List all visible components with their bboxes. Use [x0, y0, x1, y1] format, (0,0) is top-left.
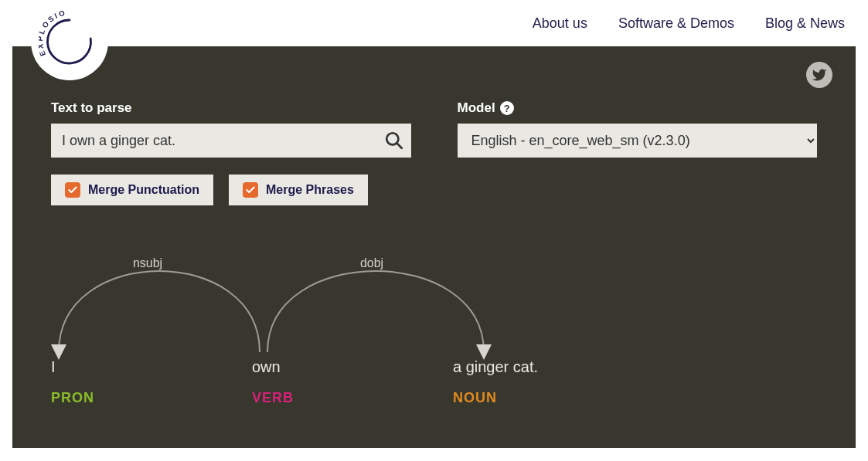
- text-input[interactable]: [51, 124, 411, 158]
- text-column: Text to parse Merge Punctuation: [51, 100, 411, 205]
- text-input-wrap: [51, 124, 411, 158]
- merge-phrases-checkbox[interactable]: Merge Phrases: [229, 175, 368, 205]
- form-row: Text to parse Merge Punctuation: [51, 100, 817, 205]
- checkbox-row: Merge Punctuation Merge Phrases: [51, 175, 411, 205]
- nav-about[interactable]: About us: [533, 15, 587, 32]
- main-panel: Text to parse Merge Punctuation: [12, 46, 856, 448]
- svg-text:nsubj: nsubj: [133, 256, 162, 269]
- search-icon: [384, 131, 404, 151]
- svg-line-2: [397, 143, 402, 148]
- help-icon[interactable]: ?: [500, 101, 514, 115]
- text-label: Text to parse: [51, 100, 411, 116]
- token: a ginger cat. NOUN: [453, 358, 608, 406]
- dependency-visualization: nsubj dobj I PRON own VERB a ginger cat.…: [51, 236, 817, 414]
- merge-punctuation-checkbox[interactable]: Merge Punctuation: [51, 175, 213, 205]
- checkbox-icon: [65, 182, 80, 198]
- model-select[interactable]: English - en_core_web_sm (v2.3.0): [458, 124, 818, 158]
- model-label: Model ?: [458, 100, 818, 116]
- token-text: a ginger cat.: [453, 358, 538, 376]
- twitter-icon: [812, 67, 827, 83]
- token-text: own: [252, 358, 281, 376]
- model-column: Model ? English - en_core_web_sm (v2.3.0…: [458, 100, 818, 205]
- explosion-logo-icon: EXPLOSION: [39, 11, 100, 73]
- topbar: EXPLOSION About us Software & Demos Blog…: [0, 0, 868, 46]
- nav-blog[interactable]: Blog & News: [765, 15, 845, 32]
- tokens-row: I PRON own VERB a ginger cat. NOUN: [51, 358, 608, 406]
- dependency-arcs: nsubj dobj: [51, 236, 592, 360]
- nav-software[interactable]: Software & Demos: [618, 15, 734, 32]
- svg-text:EXPLOSION: EXPLOSION: [39, 11, 67, 57]
- checkbox-label: Merge Punctuation: [88, 183, 199, 197]
- token-pos: PRON: [51, 390, 94, 406]
- logo[interactable]: EXPLOSION: [31, 3, 108, 80]
- main-nav: About us Software & Demos Blog & News: [533, 15, 845, 32]
- checkbox-icon: [243, 182, 258, 198]
- token-text: I: [51, 358, 56, 376]
- token-pos: NOUN: [453, 390, 497, 406]
- token: own VERB: [252, 358, 453, 406]
- twitter-share-button[interactable]: [806, 62, 832, 88]
- checkbox-label: Merge Phrases: [266, 183, 354, 197]
- token-pos: VERB: [252, 390, 294, 406]
- token: I PRON: [51, 358, 252, 406]
- submit-button[interactable]: [382, 128, 407, 153]
- svg-text:dobj: dobj: [360, 256, 383, 269]
